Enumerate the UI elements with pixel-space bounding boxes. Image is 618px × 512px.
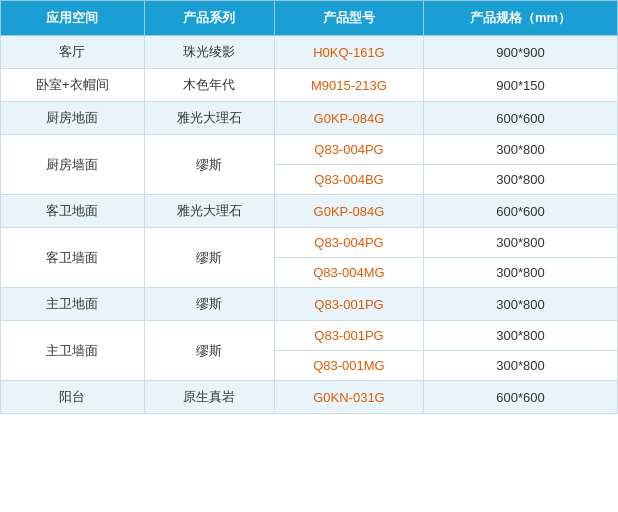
table-row: 客卫地面雅光大理石G0KP-084G600*600 — [1, 195, 618, 228]
cell-spec: 300*800 — [424, 288, 618, 321]
cell-spec: 300*800 — [424, 351, 618, 381]
cell-spec: 300*800 — [424, 258, 618, 288]
cell-space: 卧室+衣帽间 — [1, 69, 145, 102]
cell-model: Q83-001MG — [274, 351, 423, 381]
table-row: 客卫墙面缪斯Q83-004PG300*800 — [1, 228, 618, 258]
table-body: 客厅珠光绫影H0KQ-161G900*900卧室+衣帽间木色年代M9015-21… — [1, 36, 618, 414]
cell-series: 缪斯 — [144, 321, 274, 381]
cell-space: 客卫地面 — [1, 195, 145, 228]
cell-space: 阳台 — [1, 381, 145, 414]
cell-series: 木色年代 — [144, 69, 274, 102]
cell-model: Q83-004PG — [274, 228, 423, 258]
cell-series: 雅光大理石 — [144, 102, 274, 135]
cell-spec: 300*800 — [424, 165, 618, 195]
cell-model: Q83-001PG — [274, 288, 423, 321]
cell-model: G0KN-031G — [274, 381, 423, 414]
cell-model: G0KP-084G — [274, 102, 423, 135]
cell-spec: 300*800 — [424, 321, 618, 351]
cell-series: 珠光绫影 — [144, 36, 274, 69]
main-container: 应用空间 产品系列 产品型号 产品规格（mm） 客厅珠光绫影H0KQ-161G9… — [0, 0, 618, 414]
cell-space: 客厅 — [1, 36, 145, 69]
cell-spec: 900*900 — [424, 36, 618, 69]
cell-spec: 900*150 — [424, 69, 618, 102]
cell-spec: 300*800 — [424, 135, 618, 165]
cell-series: 雅光大理石 — [144, 195, 274, 228]
table-row: 厨房地面雅光大理石G0KP-084G600*600 — [1, 102, 618, 135]
cell-series: 缪斯 — [144, 228, 274, 288]
header-series: 产品系列 — [144, 1, 274, 36]
cell-spec: 600*600 — [424, 195, 618, 228]
cell-model: Q83-004PG — [274, 135, 423, 165]
table-row: 卧室+衣帽间木色年代M9015-213G900*150 — [1, 69, 618, 102]
cell-series: 缪斯 — [144, 288, 274, 321]
cell-series: 缪斯 — [144, 135, 274, 195]
cell-space: 主卫地面 — [1, 288, 145, 321]
table-row: 厨房墙面缪斯Q83-004PG300*800 — [1, 135, 618, 165]
cell-spec: 600*600 — [424, 102, 618, 135]
cell-model: M9015-213G — [274, 69, 423, 102]
header-row: 应用空间 产品系列 产品型号 产品规格（mm） — [1, 1, 618, 36]
cell-space: 厨房地面 — [1, 102, 145, 135]
cell-model: Q83-004BG — [274, 165, 423, 195]
cell-space: 厨房墙面 — [1, 135, 145, 195]
header-spec: 产品规格（mm） — [424, 1, 618, 36]
table-row: 主卫墙面缪斯Q83-001PG300*800 — [1, 321, 618, 351]
cell-spec: 600*600 — [424, 381, 618, 414]
cell-model: G0KP-084G — [274, 195, 423, 228]
cell-model: Q83-004MG — [274, 258, 423, 288]
table-row: 主卫地面缪斯Q83-001PG300*800 — [1, 288, 618, 321]
cell-space: 客卫墙面 — [1, 228, 145, 288]
cell-model: Q83-001PG — [274, 321, 423, 351]
header-model: 产品型号 — [274, 1, 423, 36]
cell-spec: 300*800 — [424, 228, 618, 258]
header-space: 应用空间 — [1, 1, 145, 36]
cell-space: 主卫墙面 — [1, 321, 145, 381]
table-row: 客厅珠光绫影H0KQ-161G900*900 — [1, 36, 618, 69]
cell-series: 原生真岩 — [144, 381, 274, 414]
product-table: 应用空间 产品系列 产品型号 产品规格（mm） 客厅珠光绫影H0KQ-161G9… — [0, 0, 618, 414]
table-row: 阳台原生真岩G0KN-031G600*600 — [1, 381, 618, 414]
cell-model: H0KQ-161G — [274, 36, 423, 69]
